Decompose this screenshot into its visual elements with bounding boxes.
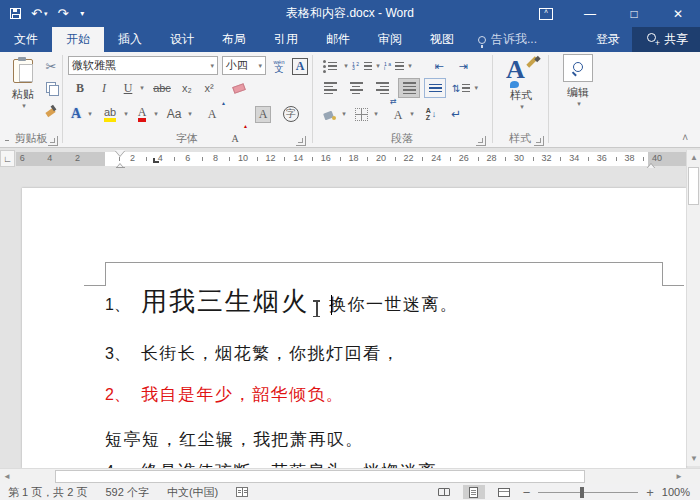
subscript-button[interactable]: x₂ xyxy=(178,78,196,98)
horizontal-scroll-thumb[interactable] xyxy=(55,470,585,483)
increase-indent-icon[interactable]: ⇥ xyxy=(454,56,472,76)
italic-button[interactable]: I xyxy=(96,78,112,98)
save-icon[interactable] xyxy=(10,8,21,19)
editing-button[interactable]: 编辑 ▾ xyxy=(556,54,600,108)
strikethrough-button[interactable]: abc xyxy=(150,78,174,98)
copy-icon[interactable] xyxy=(42,78,60,98)
underline-dropdown-caret[interactable]: ▾ xyxy=(138,78,146,98)
scroll-right-icon[interactable]: ► xyxy=(672,469,686,484)
multilevel-list-icon[interactable]: 1 a i xyxy=(384,56,404,76)
shading-caret[interactable]: ▾ xyxy=(340,102,348,126)
minimize-button[interactable]: — xyxy=(568,0,612,27)
text-effects-caret[interactable]: ▾ xyxy=(86,102,94,126)
ribbon-tab[interactable]: 引用 xyxy=(260,27,312,52)
sign-in-button[interactable]: 登录 xyxy=(584,27,632,52)
doc-line[interactable]: 2、我自是年少，韶华倾负。 xyxy=(105,383,345,406)
change-case-caret[interactable]: ▾ xyxy=(186,102,194,126)
ribbon-tab[interactable]: 设计 xyxy=(156,27,208,52)
font-name-combo[interactable]: 微软雅黑▾ xyxy=(68,56,218,75)
ribbon-tab[interactable]: 布局 xyxy=(208,27,260,52)
highlight-color-icon[interactable]: ab xyxy=(100,102,120,126)
distribute-icon[interactable] xyxy=(424,78,446,98)
tab-selector[interactable]: ∟ xyxy=(0,150,15,167)
ribbon-display-options-icon[interactable]: ˄ xyxy=(524,0,568,27)
ribbon-tab[interactable]: 视图 xyxy=(416,27,468,52)
phonetic-guide-icon[interactable]: wén文 xyxy=(270,56,288,76)
ribbon-tab[interactable]: 插入 xyxy=(104,27,156,52)
maximize-button[interactable]: □ xyxy=(612,0,656,27)
align-right-icon[interactable] xyxy=(372,78,392,98)
grow-font-icon[interactable]: A xyxy=(204,102,220,126)
superscript-button[interactable]: x² xyxy=(200,78,218,98)
numbering-caret[interactable]: ▾ xyxy=(374,56,382,76)
zoom-out-button[interactable]: − xyxy=(523,485,531,500)
decrease-indent-icon[interactable]: ⇤ xyxy=(430,56,448,76)
bullets-icon[interactable] xyxy=(320,56,340,76)
doc-line-1[interactable]: 1、 用我三生烟火 换你一世迷离。 xyxy=(105,284,459,319)
font-color-caret[interactable]: ▾ xyxy=(152,102,160,126)
paragraph-marks-icon[interactable]: ↵ xyxy=(448,102,464,126)
multilevel-caret[interactable]: ▾ xyxy=(406,56,414,76)
scroll-down-icon[interactable]: ▼ xyxy=(687,451,700,466)
doc-line[interactable]: 4、终是谁使弦断，花落肩头，恍惚迷离。 xyxy=(105,460,456,468)
highlight-caret[interactable]: ▾ xyxy=(122,102,130,126)
character-scaling-icon[interactable]: A xyxy=(390,104,406,126)
horizontal-scrollbar[interactable]: ◄ ► xyxy=(0,468,700,484)
tab-file[interactable]: 文件 xyxy=(0,27,52,52)
ribbon-tab[interactable]: 邮件 xyxy=(312,27,364,52)
character-border-icon[interactable]: A xyxy=(290,56,310,76)
close-button[interactable]: ✕ xyxy=(656,0,700,27)
cut-icon[interactable]: ✂ xyxy=(42,56,60,76)
borders-caret[interactable]: ▾ xyxy=(372,102,380,126)
align-center-icon[interactable] xyxy=(346,78,366,98)
ribbon-tab[interactable]: 审阅 xyxy=(364,27,416,52)
zoom-level[interactable]: 100% xyxy=(662,486,690,498)
sort-icon[interactable]: AZ↓ xyxy=(420,102,442,126)
page-indicator[interactable]: 第 1 页，共 2 页 xyxy=(8,485,87,500)
vertical-scrollbar[interactable]: ▲ ▼ xyxy=(686,150,700,466)
line-spacing-icon[interactable]: ⇅▾ xyxy=(452,78,478,98)
enclose-characters-icon[interactable]: 字 xyxy=(280,102,302,126)
tell-me-box[interactable]: 告诉我... xyxy=(468,27,547,52)
styles-button[interactable]: A 样式 ▾ xyxy=(500,56,542,111)
clipboard-dialog-launcher-icon[interactable] xyxy=(48,136,58,146)
font-color-icon[interactable]: A xyxy=(134,102,150,126)
clear-formatting-icon[interactable] xyxy=(230,78,248,98)
styles-dialog-launcher-icon[interactable] xyxy=(534,136,544,146)
align-left-icon[interactable] xyxy=(320,78,340,98)
borders-icon[interactable] xyxy=(352,102,370,126)
read-mode-icon[interactable] xyxy=(433,485,455,499)
character-scaling-caret[interactable]: ▾ xyxy=(408,102,416,126)
zoom-slider[interactable] xyxy=(538,492,638,493)
undo-icon[interactable]: ↶▾ xyxy=(31,7,47,20)
share-button[interactable]: 共享 xyxy=(632,27,700,52)
redo-icon[interactable]: ↷ xyxy=(57,7,68,20)
numbering-icon[interactable]: 1 2 3 xyxy=(352,56,372,76)
bold-button[interactable]: B xyxy=(72,78,88,98)
print-layout-icon[interactable] xyxy=(463,485,485,499)
scroll-up-icon[interactable]: ▲ xyxy=(687,150,700,165)
text-effects-icon[interactable]: A xyxy=(68,102,84,126)
word-count[interactable]: 592 个字 xyxy=(105,485,148,500)
format-painter-icon[interactable] xyxy=(42,100,60,120)
proofing-icon[interactable] xyxy=(236,487,248,497)
page[interactable]: 1、 用我三生烟火 换你一世迷离。 3、长街长，烟花繁，你挑灯回看， 2、我自是… xyxy=(22,188,686,468)
character-shading-icon[interactable]: A xyxy=(252,102,274,126)
horizontal-ruler[interactable]: 642246810121416182022242628303234363840 xyxy=(16,152,686,166)
tab-stop-marker[interactable] xyxy=(153,158,159,163)
ribbon-tab[interactable]: 开始 xyxy=(52,27,104,52)
zoom-in-button[interactable]: + xyxy=(646,485,654,500)
paste-dropdown-caret[interactable]: ▾ xyxy=(22,102,26,110)
language-indicator[interactable]: 中文(中国) xyxy=(167,485,218,500)
paste-button[interactable]: 粘贴 ▾ xyxy=(4,56,42,128)
vertical-scroll-thumb[interactable] xyxy=(688,167,699,205)
zoom-slider-thumb[interactable] xyxy=(580,487,584,498)
underline-button[interactable]: U xyxy=(120,78,136,98)
customize-qat-icon[interactable]: ▾ xyxy=(78,10,84,18)
justify-icon[interactable] xyxy=(398,78,420,98)
web-layout-icon[interactable] xyxy=(493,485,515,499)
shading-icon[interactable] xyxy=(320,102,338,126)
collapse-ribbon-icon[interactable]: ˄ xyxy=(682,132,688,143)
doc-line[interactable]: 短亭短，红尘辗，我把萧再叹。 xyxy=(105,428,364,451)
font-size-combo[interactable]: 小四▾ xyxy=(222,56,266,75)
